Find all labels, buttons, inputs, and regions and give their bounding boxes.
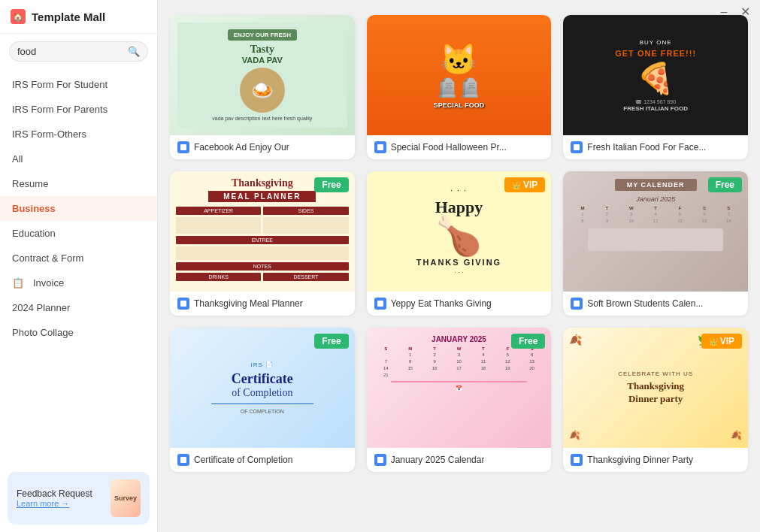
doc-icon — [177, 298, 189, 310]
card-footer-certificate: Certificate of Completion — [170, 448, 355, 472]
doc-icon — [571, 454, 583, 466]
search-box[interactable]: 🔍 — [9, 41, 148, 62]
card-thumbnail-facebook-ad: ENJOY OUR FRESH Tasty VADA PAV 🍛 vada pa… — [170, 15, 355, 135]
card-label-halloween: Special Food Halloween Pr... — [391, 142, 507, 153]
card-footer-jan-calendar: January 2025 Calendar — [367, 448, 552, 472]
survey-image: Survey — [111, 479, 141, 517]
badge-free: Free — [314, 334, 348, 349]
card-label-facebook-ad: Facebook Ad Enjoy Our — [194, 142, 289, 153]
card-dinner-party[interactable]: 🍂 🌿 CELEBRATE WITH US ThanksgivingDinner… — [563, 328, 748, 472]
sidebar-item-photo-collage[interactable]: Photo Collage — [0, 320, 157, 345]
badge-free: Free — [708, 177, 742, 192]
card-calendar[interactable]: MY CALENDER Januari 2025 M T W T F S S 1… — [563, 171, 748, 316]
card-jan-calendar[interactable]: JANUARY 2025 S M T W T F S 1 2 3 4 — [367, 328, 552, 472]
card-footer-halloween: Special Food Halloween Pr... — [367, 135, 552, 159]
crown-icon: 👑 — [709, 337, 718, 346]
card-footer-calendar: Soft Brown Students Calen... — [563, 292, 748, 316]
sidebar-item-irs-parents[interactable]: IRS Form For Parents — [0, 97, 157, 122]
card-thumbnail-thanksgiving-meal: Thanksgiving MEAL PLANNER APPETIZER SIDE… — [170, 171, 355, 292]
card-thumbnail-yeppy: · · · Happy 🍗 THANKS GIVING · · · 👑 VIP — [367, 171, 552, 292]
search-icon: 🔍 — [128, 46, 140, 57]
feedback-title: Feedback Request — [17, 488, 104, 499]
doc-icon — [571, 298, 583, 310]
template-grid: ENJOY OUR FRESH Tasty VADA PAV 🍛 vada pa… — [158, 0, 760, 487]
doc-icon — [177, 454, 189, 466]
feedback-learn-more[interactable]: Learn more → — [17, 499, 104, 508]
card-thumbnail-halloween: 🐱 🪦🪦 SPECIAL FOOD — [367, 15, 552, 135]
badge-free: Free — [511, 334, 545, 349]
card-certificate[interactable]: IRS 📄 Certificate of Completion OF COMPL… — [170, 328, 355, 472]
window-controls: – ✕ — [718, 6, 751, 18]
card-footer-italian: Fresh Italian Food For Face... — [563, 135, 748, 159]
sidebar-item-planner[interactable]: 2024 Planner — [0, 295, 157, 320]
card-label-calendar: Soft Brown Students Calen... — [587, 298, 703, 309]
card-footer-dinner-party: Thanksgiving Dinner Party — [563, 448, 748, 472]
card-thumbnail-certificate: IRS 📄 Certificate of Completion OF COMPL… — [170, 328, 355, 448]
doc-icon — [177, 141, 189, 153]
card-italian[interactable]: BUY ONE GET ONE FREE!!! 🍕 ☎ 1234 567 890… — [563, 15, 748, 159]
sidebar-item-irs-student[interactable]: IRS Form For Student — [0, 72, 157, 97]
card-thumbnail-italian: BUY ONE GET ONE FREE!!! 🍕 ☎ 1234 567 890… — [563, 15, 748, 135]
crown-icon: 👑 — [512, 181, 521, 189]
card-thumbnail-dinner-party: 🍂 🌿 CELEBRATE WITH US ThanksgivingDinner… — [563, 328, 748, 448]
sidebar-item-business[interactable]: Business — [0, 196, 157, 221]
doc-icon — [374, 298, 386, 310]
sidebar-nav: IRS Form For Student IRS Form For Parent… — [0, 69, 157, 464]
doc-icon — [374, 141, 386, 153]
feedback-request-banner[interactable]: Feedback Request Learn more → Survey — [8, 472, 150, 524]
card-footer-thanksgiving-meal: Thanksgiving Meal Planner — [170, 292, 355, 316]
search-input[interactable] — [17, 46, 123, 57]
sidebar-item-irs-others[interactable]: IRS Form-Others — [0, 122, 157, 147]
app-title: Template Mall — [32, 11, 105, 23]
sidebar: 🏠 Template Mall 🔍 IRS Form For Student I… — [0, 0, 158, 532]
card-facebook-ad[interactable]: ENJOY OUR FRESH Tasty VADA PAV 🍛 vada pa… — [170, 15, 355, 159]
card-label-certificate: Certificate of Completion — [194, 455, 292, 465]
card-yeppy[interactable]: · · · Happy 🍗 THANKS GIVING · · · 👑 VIP … — [367, 171, 552, 316]
sidebar-item-education[interactable]: Education — [0, 221, 157, 246]
card-thumbnail-jan-calendar: JANUARY 2025 S M T W T F S 1 2 3 4 — [367, 328, 552, 448]
card-label-yeppy: Yeppy Eat Thanks Giving — [391, 298, 492, 309]
home-icon: 🏠 — [11, 9, 26, 24]
main-content: – ✕ ENJOY OUR FRESH Tasty VADA PAV 🍛 vad… — [158, 0, 760, 532]
sidebar-header: 🏠 Template Mall — [0, 0, 157, 34]
doc-icon — [374, 454, 386, 466]
card-thanksgiving-meal[interactable]: Thanksgiving MEAL PLANNER APPETIZER SIDE… — [170, 171, 355, 316]
sidebar-item-contract-form[interactable]: Contract & Form — [0, 246, 157, 271]
sidebar-item-resume[interactable]: Resume — [0, 171, 157, 196]
minimize-button[interactable]: – — [718, 6, 730, 18]
card-label-thanksgiving-meal: Thanksgiving Meal Planner — [194, 298, 303, 309]
sidebar-item-all[interactable]: All — [0, 147, 157, 171]
card-label-dinner-party: Thanksgiving Dinner Party — [587, 455, 693, 465]
card-halloween[interactable]: 🐱 🪦🪦 SPECIAL FOOD Special Food Halloween… — [367, 15, 552, 159]
badge-vip: 👑 VIP — [701, 334, 742, 349]
close-button[interactable]: ✕ — [739, 6, 751, 18]
badge-free: Free — [314, 177, 348, 192]
card-label-jan-calendar: January 2025 Calendar — [391, 455, 485, 465]
badge-vip: 👑 VIP — [504, 177, 545, 192]
doc-icon — [571, 141, 583, 153]
card-label-italian: Fresh Italian Food For Face... — [587, 142, 706, 153]
sidebar-item-invoice[interactable]: 📋 Invoice — [0, 271, 157, 295]
card-footer-facebook-ad: Facebook Ad Enjoy Our — [170, 135, 355, 159]
card-thumbnail-calendar: MY CALENDER Januari 2025 M T W T F S S 1… — [563, 171, 748, 292]
card-footer-yeppy: Yeppy Eat Thanks Giving — [367, 292, 552, 316]
